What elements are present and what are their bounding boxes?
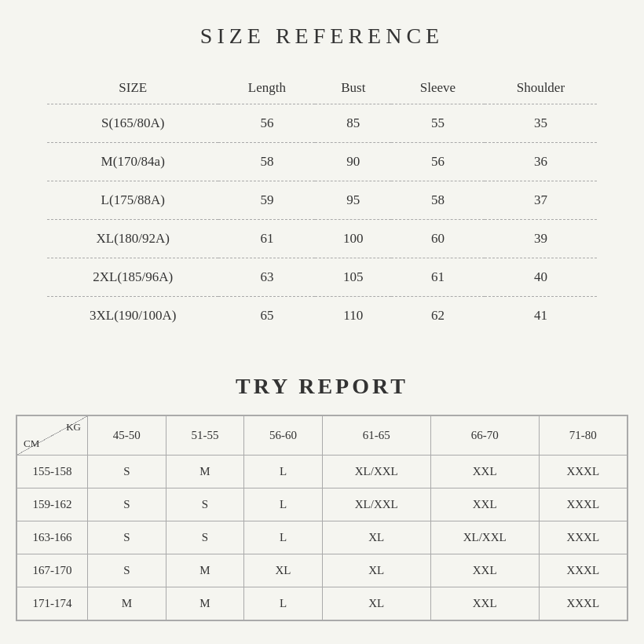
size-table-cell: 55: [391, 104, 485, 143]
try-size-cell: XL: [322, 521, 430, 554]
size-reference-table: SIZE Length Bust Sleeve Shoulder S(165/8…: [47, 72, 597, 335]
try-table-row: 159-162SSLXL/XXLXXLXXXL: [17, 488, 628, 521]
try-cm-cell: 171-174: [17, 587, 88, 620]
try-size-cell: XL: [322, 587, 430, 620]
try-report-table: KG CM 45-50 51-55 56-60 61-65 66-70 71-8…: [16, 415, 628, 620]
try-col-header-2: 56-60: [244, 416, 323, 456]
size-table-cell: 100: [315, 220, 391, 258]
try-size-cell: XXXL: [539, 521, 627, 554]
size-table-cell: 39: [485, 220, 597, 258]
try-size-cell: XXXL: [539, 456, 627, 488]
try-size-cell: XXL: [430, 488, 539, 521]
size-table-cell: 61: [218, 220, 315, 258]
try-col-header-5: 71-80: [539, 416, 627, 456]
try-size-cell: L: [244, 587, 323, 620]
try-col-header-0: 45-50: [88, 416, 166, 456]
try-table-row: 167-170SMXLXLXXLXXXL: [17, 554, 628, 587]
col-header-bust: Bust: [315, 72, 391, 104]
try-cm-cell: 163-166: [17, 521, 88, 554]
try-size-cell: M: [166, 587, 244, 620]
try-table-row: 171-174MMLXLXXLXXXL: [17, 587, 628, 620]
size-table-cell: 59: [218, 181, 315, 220]
try-report-table-wrapper: KG CM 45-50 51-55 56-60 61-65 66-70 71-8…: [16, 415, 628, 621]
col-header-length: Length: [218, 72, 315, 104]
size-table-cell: 2XL(185/96A): [47, 258, 218, 297]
col-header-shoulder: Shoulder: [485, 72, 597, 104]
size-table-cell: 37: [485, 181, 597, 220]
try-size-cell: S: [88, 554, 166, 587]
size-reference-title: SIZE REFERENCE: [200, 24, 444, 49]
try-size-cell: XL: [322, 554, 430, 587]
try-col-header-4: 66-70: [430, 416, 539, 456]
try-size-cell: M: [166, 554, 244, 587]
size-table-row: S(165/80A)56855535: [47, 104, 597, 143]
corner-header: KG CM: [17, 416, 88, 456]
size-table-cell: 65: [218, 297, 315, 335]
try-cm-cell: 155-158: [17, 456, 88, 488]
try-size-cell: XL: [244, 554, 323, 587]
try-cm-cell: 159-162: [17, 488, 88, 521]
size-reference-table-wrapper: SIZE Length Bust Sleeve Shoulder S(165/8…: [47, 72, 597, 335]
try-col-header-1: 51-55: [166, 416, 244, 456]
size-table-cell: S(165/80A): [47, 104, 218, 143]
size-table-cell: 90: [315, 143, 391, 181]
try-size-cell: XL/XXL: [322, 456, 430, 488]
size-table-cell: 3XL(190/100A): [47, 297, 218, 335]
size-table-cell: XL(180/92A): [47, 220, 218, 258]
size-table-cell: 40: [485, 258, 597, 297]
try-size-cell: S: [88, 488, 166, 521]
try-size-cell: XXL: [430, 587, 539, 620]
try-size-cell: L: [244, 488, 323, 521]
try-table-row: 155-158SMLXL/XXLXXLXXXL: [17, 456, 628, 488]
try-size-cell: XXL: [430, 554, 539, 587]
try-table-header-row: KG CM 45-50 51-55 56-60 61-65 66-70 71-8…: [17, 416, 628, 456]
try-size-cell: L: [244, 521, 323, 554]
size-table-cell: 35: [485, 104, 597, 143]
size-table-cell: 41: [485, 297, 597, 335]
try-size-cell: S: [166, 521, 244, 554]
size-table-cell: 36: [485, 143, 597, 181]
try-size-cell: XXL: [430, 456, 539, 488]
try-size-cell: XXXL: [539, 587, 627, 620]
kg-label: KG: [66, 421, 81, 434]
size-table-row: XL(180/92A)611006039: [47, 220, 597, 258]
col-header-size: SIZE: [47, 72, 218, 104]
try-size-cell: M: [166, 456, 244, 488]
size-table-row: 3XL(190/100A)651106241: [47, 297, 597, 335]
size-table-cell: 56: [391, 143, 485, 181]
try-size-cell: XL/XXL: [322, 488, 430, 521]
size-table-cell: 58: [391, 181, 485, 220]
size-table-cell: 85: [315, 104, 391, 143]
try-size-cell: M: [88, 587, 166, 620]
size-table-row: M(170/84a)58905636: [47, 143, 597, 181]
try-size-cell: XL/XXL: [430, 521, 539, 554]
size-table-cell: 63: [218, 258, 315, 297]
try-size-cell: XXXL: [539, 554, 627, 587]
size-table-cell: 56: [218, 104, 315, 143]
size-table-cell: 105: [315, 258, 391, 297]
try-size-cell: S: [88, 456, 166, 488]
try-cm-cell: 167-170: [17, 554, 88, 587]
size-table-cell: 62: [391, 297, 485, 335]
size-table-cell: 60: [391, 220, 485, 258]
try-col-header-3: 61-65: [322, 416, 430, 456]
size-table-cell: 110: [315, 297, 391, 335]
size-table-cell: 95: [315, 181, 391, 220]
size-table-cell: 58: [218, 143, 315, 181]
size-table-cell: 61: [391, 258, 485, 297]
col-header-sleeve: Sleeve: [391, 72, 485, 104]
size-table-cell: L(175/88A): [47, 181, 218, 220]
try-size-cell: S: [88, 521, 166, 554]
try-report-title: TRY REPORT: [236, 374, 408, 399]
try-size-cell: S: [166, 488, 244, 521]
try-size-cell: L: [244, 456, 323, 488]
size-table-row: 2XL(185/96A)631056140: [47, 258, 597, 297]
size-table-header-row: SIZE Length Bust Sleeve Shoulder: [47, 72, 597, 104]
try-size-cell: XXXL: [539, 488, 627, 521]
size-table-row: L(175/88A)59955837: [47, 181, 597, 220]
try-table-row: 163-166SSLXLXL/XXLXXXL: [17, 521, 628, 554]
cm-label: CM: [24, 437, 39, 450]
size-table-cell: M(170/84a): [47, 143, 218, 181]
